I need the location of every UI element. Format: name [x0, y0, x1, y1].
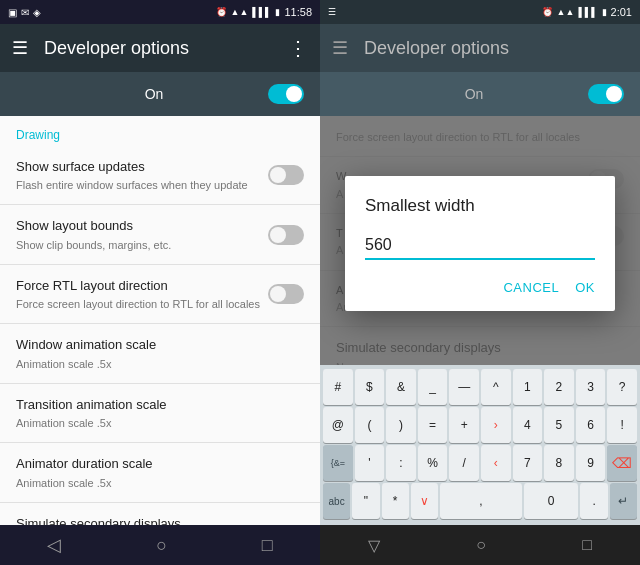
- key-period[interactable]: .: [580, 483, 607, 519]
- hamburger-icon-right[interactable]: ☰: [332, 37, 348, 59]
- key-apos[interactable]: ': [355, 445, 385, 481]
- status-time-right: 2:01: [611, 6, 632, 18]
- drawing-section-header: Drawing: [0, 116, 320, 146]
- home-button-left[interactable]: [156, 535, 167, 556]
- key-colon[interactable]: :: [386, 445, 416, 481]
- key-percent[interactable]: %: [418, 445, 448, 481]
- setting-title-anim-dur: Animator duration scale: [16, 455, 296, 473]
- key-exclaim[interactable]: !: [607, 407, 637, 443]
- setting-show-surface-updates[interactable]: Show surface updates Flash entire window…: [0, 146, 320, 205]
- status-bar-right: ☰ ⏰ ▲▲ ▌▌▌ ▮ 2:01: [320, 0, 640, 24]
- main-toggle-right[interactable]: [588, 84, 624, 104]
- recents-button-right[interactable]: □: [582, 536, 592, 554]
- setting-title-window-anim: Window animation scale: [16, 336, 296, 354]
- home-button-right[interactable]: ○: [476, 536, 486, 554]
- back-button-left[interactable]: [47, 534, 61, 556]
- key-4[interactable]: 4: [513, 407, 543, 443]
- key-caret[interactable]: ^: [481, 369, 511, 405]
- setting-text-rtl: Force RTL layout direction Force screen …: [16, 277, 260, 311]
- key-1[interactable]: 1: [513, 369, 543, 405]
- setting-force-rtl[interactable]: Force RTL layout direction Force screen …: [0, 265, 320, 324]
- key-quote[interactable]: ": [352, 483, 379, 519]
- wifi-icon: ▲▲: [231, 7, 249, 17]
- toolbar-left: Developer options: [0, 24, 320, 72]
- on-label-right: On: [360, 86, 588, 102]
- key-plus[interactable]: +: [449, 407, 479, 443]
- setting-text-sim-disp: Simulate secondary displays None: [16, 515, 296, 525]
- key-at[interactable]: @: [323, 407, 353, 443]
- toggle-rtl[interactable]: [268, 284, 304, 304]
- wifi-icon-right: ▲▲: [557, 7, 575, 17]
- signal-icon: ▌▌▌: [252, 7, 271, 17]
- toggle-surface-updates[interactable]: [268, 165, 304, 185]
- content-right: Force screen layout direction to RTL for…: [320, 116, 640, 365]
- key-9[interactable]: 9: [576, 445, 606, 481]
- left-panel: ▣ ✉ ◈ ⏰ ▲▲ ▌▌▌ ▮ 11:58 Developer options…: [0, 0, 320, 565]
- dialog-title: Smallest width: [365, 196, 595, 216]
- keyboard-row-1: # $ & _ — ^ 1 2 3 ?: [322, 369, 638, 405]
- key-underscore[interactable]: _: [418, 369, 448, 405]
- setting-subtitle-anim-dur: Animation scale .5x: [16, 476, 296, 490]
- key-0[interactable]: 0: [524, 483, 579, 519]
- dialog-input[interactable]: [365, 232, 595, 260]
- setting-text-surface: Show surface updates Flash entire window…: [16, 158, 260, 192]
- on-toggle-row-right: On: [320, 72, 640, 116]
- toggle-layout-bounds[interactable]: [268, 225, 304, 245]
- key-close-paren[interactable]: ): [386, 407, 416, 443]
- status-left-icons: ☰: [328, 7, 336, 17]
- key-lt[interactable]: ‹: [481, 445, 511, 481]
- sd-icon: ◈: [33, 7, 41, 18]
- dialog-ok-button[interactable]: OK: [575, 276, 595, 299]
- android-icon: ▣: [8, 7, 17, 18]
- key-star[interactable]: *: [382, 483, 409, 519]
- key-slash[interactable]: /: [449, 445, 479, 481]
- key-comma[interactable]: ,: [440, 483, 522, 519]
- key-backspace[interactable]: ⌫: [607, 445, 637, 481]
- key-symbols[interactable]: {&=: [323, 445, 353, 481]
- setting-simulate-displays[interactable]: Simulate secondary displays None: [0, 503, 320, 525]
- key-open-paren[interactable]: (: [355, 407, 385, 443]
- nav-bar-right: ▽ ○ □: [320, 525, 640, 565]
- dialog-cancel-button[interactable]: CANCEL: [503, 276, 559, 299]
- setting-text-window-anim: Window animation scale Animation scale .…: [16, 336, 296, 370]
- content-left: Drawing Show surface updates Flash entir…: [0, 116, 320, 525]
- setting-window-animation[interactable]: Window animation scale Animation scale .…: [0, 324, 320, 383]
- key-hash[interactable]: #: [323, 369, 353, 405]
- key-amp[interactable]: &: [386, 369, 416, 405]
- key-chevron-down[interactable]: ∨: [411, 483, 438, 519]
- signal-icon-right: ▌▌▌: [578, 7, 597, 17]
- setting-title-surface: Show surface updates: [16, 158, 260, 176]
- key-5[interactable]: 5: [544, 407, 574, 443]
- notification-icons: ⏰ ▲▲ ▌▌▌ ▮ 11:58: [216, 6, 313, 18]
- setting-animator-duration[interactable]: Animator duration scale Animation scale …: [0, 443, 320, 502]
- key-gt[interactable]: ›: [481, 407, 511, 443]
- key-dash[interactable]: —: [449, 369, 479, 405]
- hamburger-icon[interactable]: [12, 37, 28, 59]
- key-7[interactable]: 7: [513, 445, 543, 481]
- main-toggle-switch[interactable]: [268, 84, 304, 104]
- more-icon[interactable]: [288, 36, 308, 60]
- key-8[interactable]: 8: [544, 445, 574, 481]
- key-enter[interactable]: ↵: [610, 483, 637, 519]
- keyboard-row-2: @ ( ) = + › 4 5 6 !: [322, 407, 638, 443]
- key-equals[interactable]: =: [418, 407, 448, 443]
- key-abc[interactable]: abc: [323, 483, 350, 519]
- carrier-icon: ✉: [21, 7, 29, 18]
- menu-icon-right: ☰: [328, 7, 336, 17]
- setting-show-layout-bounds[interactable]: Show layout bounds Show clip bounds, mar…: [0, 205, 320, 264]
- setting-subtitle-trans-anim: Animation scale .5x: [16, 416, 296, 430]
- dialog-overlay: Smallest width CANCEL OK: [320, 116, 640, 365]
- recents-button-left[interactable]: [262, 535, 273, 556]
- key-3[interactable]: 3: [576, 369, 606, 405]
- key-question[interactable]: ?: [607, 369, 637, 405]
- key-6[interactable]: 6: [576, 407, 606, 443]
- status-time-left: 11:58: [284, 6, 312, 18]
- alarm-icon-right: ⏰: [542, 7, 553, 17]
- setting-transition-animation[interactable]: Transition animation scale Animation sca…: [0, 384, 320, 443]
- keyboard: # $ & _ — ^ 1 2 3 ? @ ( ) = + › 4 5 6 ! …: [320, 365, 640, 525]
- setting-title-sim-disp: Simulate secondary displays: [16, 515, 296, 525]
- key-dollar[interactable]: $: [355, 369, 385, 405]
- back-button-right[interactable]: ▽: [368, 536, 380, 555]
- status-bar-left: ▣ ✉ ◈ ⏰ ▲▲ ▌▌▌ ▮ 11:58: [0, 0, 320, 24]
- key-2[interactable]: 2: [544, 369, 574, 405]
